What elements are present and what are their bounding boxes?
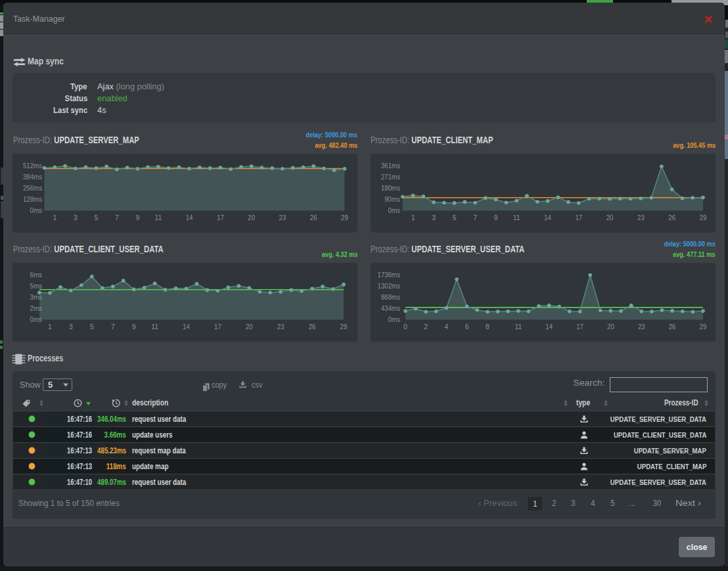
svg-text:0ms: 0ms: [30, 206, 43, 214]
svg-text:128ms: 128ms: [23, 195, 42, 203]
svg-text:180ms: 180ms: [381, 184, 400, 192]
svg-text:7: 7: [473, 214, 477, 221]
svg-text:11: 11: [513, 214, 520, 221]
svg-text:17: 17: [575, 214, 582, 221]
svg-text:7: 7: [111, 323, 115, 331]
svg-text:11: 11: [154, 214, 162, 221]
svg-text:1: 1: [53, 214, 57, 221]
svg-text:26: 26: [309, 323, 316, 331]
svg-text:6ms: 6ms: [30, 271, 43, 279]
svg-text:9: 9: [494, 214, 498, 221]
svg-text:0: 0: [403, 323, 407, 331]
svg-text:20: 20: [606, 214, 614, 221]
svg-text:20: 20: [246, 323, 253, 331]
svg-text:29: 29: [340, 323, 348, 331]
svg-text:3: 3: [69, 323, 73, 331]
svg-text:14: 14: [544, 214, 551, 221]
svg-text:29: 29: [341, 214, 348, 221]
svg-text:20: 20: [248, 214, 255, 221]
svg-text:23: 23: [638, 323, 645, 331]
svg-text:5: 5: [94, 214, 98, 221]
svg-text:868ms: 868ms: [381, 293, 400, 301]
svg-text:14: 14: [186, 214, 193, 221]
svg-text:14: 14: [183, 323, 190, 331]
svg-text:271ms: 271ms: [381, 173, 400, 181]
svg-text:0ms: 0ms: [388, 315, 401, 323]
svg-text:6: 6: [465, 323, 469, 331]
svg-text:7: 7: [115, 214, 119, 221]
svg-text:1: 1: [411, 214, 415, 221]
svg-text:11: 11: [514, 323, 522, 331]
svg-text:8: 8: [486, 323, 489, 331]
svg-text:26: 26: [669, 323, 676, 331]
svg-text:4: 4: [445, 323, 449, 331]
svg-text:384ms: 384ms: [23, 173, 42, 181]
svg-text:0ms: 0ms: [388, 206, 401, 214]
svg-text:2: 2: [424, 323, 428, 331]
svg-text:14: 14: [545, 323, 553, 331]
svg-text:23: 23: [637, 214, 645, 221]
svg-text:29: 29: [700, 214, 707, 221]
svg-text:26: 26: [310, 214, 317, 221]
svg-text:3: 3: [432, 214, 436, 221]
svg-text:434ms: 434ms: [381, 304, 400, 312]
svg-text:26: 26: [668, 214, 675, 221]
svg-text:17: 17: [217, 214, 224, 221]
svg-text:5: 5: [453, 214, 457, 221]
svg-text:90ms: 90ms: [384, 195, 400, 203]
svg-text:1302ms: 1302ms: [378, 282, 400, 290]
svg-text:20: 20: [607, 323, 614, 331]
svg-text:9: 9: [135, 214, 139, 221]
svg-text:29: 29: [700, 323, 707, 331]
svg-text:1: 1: [48, 323, 52, 331]
svg-text:5: 5: [90, 323, 94, 331]
svg-text:23: 23: [277, 323, 284, 331]
svg-text:361ms: 361ms: [381, 162, 400, 170]
svg-text:5ms: 5ms: [30, 282, 43, 290]
svg-text:23: 23: [279, 214, 286, 221]
svg-text:256ms: 256ms: [23, 184, 42, 192]
svg-text:3: 3: [74, 214, 78, 221]
svg-text:9: 9: [132, 323, 136, 331]
svg-text:512ms: 512ms: [23, 162, 42, 170]
svg-text:17: 17: [576, 323, 583, 331]
svg-text:1736ms: 1736ms: [378, 271, 400, 279]
svg-text:17: 17: [214, 323, 221, 331]
svg-text:11: 11: [151, 323, 158, 331]
